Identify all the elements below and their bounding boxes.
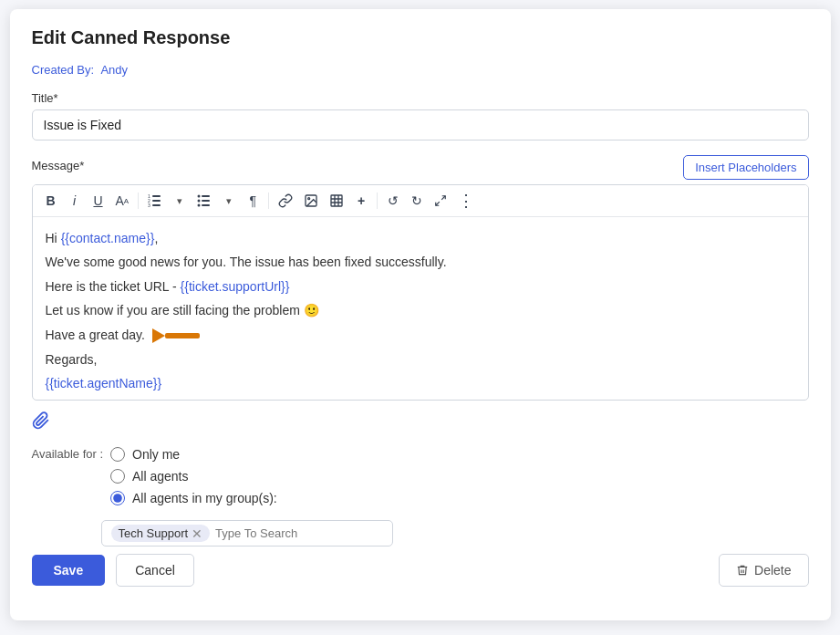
delete-icon	[736, 564, 749, 577]
radio-all-agents-input[interactable]	[110, 469, 125, 484]
created-by-value: Andy	[100, 63, 128, 77]
svg-rect-2	[152, 204, 161, 206]
radio-all-groups-input[interactable]	[110, 491, 125, 505]
underline-button[interactable]: U	[88, 189, 109, 213]
italic-button[interactable]: i	[64, 189, 86, 213]
link-button[interactable]	[274, 189, 297, 213]
bold-button[interactable]: B	[40, 189, 62, 213]
unordered-list-button[interactable]	[192, 189, 216, 213]
insert-placeholders-button[interactable]: Insert Placeholders	[683, 155, 808, 180]
svg-line-19	[441, 196, 445, 200]
paragraph-button[interactable]: ¶	[242, 189, 264, 213]
radio-all-groups-label: All agents in my group(s):	[132, 491, 277, 505]
unordered-list-dropdown[interactable]: ▾	[218, 189, 240, 213]
radio-only-me[interactable]: Only me	[110, 447, 277, 462]
remove-tag-button[interactable]: ✕	[192, 527, 202, 540]
radio-all-agents-label: All agents	[132, 469, 188, 484]
menu-button[interactable]: ⋮	[453, 189, 479, 213]
title-field-label: Title*	[32, 91, 809, 105]
svg-line-20	[436, 202, 440, 205]
toolbar-sep-1	[138, 193, 139, 209]
svg-rect-7	[202, 200, 210, 202]
availability-radio-group: Only me All agents All agents in my grou…	[110, 447, 277, 505]
created-by-section: Created By: Andy	[32, 63, 809, 77]
svg-rect-14	[331, 195, 342, 206]
ordered-list-dropdown[interactable]: ▾	[169, 189, 191, 213]
svg-point-10	[198, 200, 201, 203]
attachment-button[interactable]	[32, 411, 50, 434]
svg-text:3: 3	[148, 203, 150, 207]
message-editor-container: B i U AA 123 ▾ ▾ ¶	[32, 184, 809, 401]
message-field-label: Message*	[32, 159, 85, 172]
availability-label: Available for :	[32, 447, 104, 461]
font-size-button[interactable]: AA	[111, 189, 134, 213]
footer-actions: Save Cancel Delete	[32, 554, 809, 587]
svg-point-9	[198, 195, 201, 198]
svg-marker-21	[152, 328, 165, 343]
group-search-box: Tech Support ✕	[101, 520, 393, 547]
radio-all-groups[interactable]: All agents in my group(s):	[110, 491, 277, 505]
redo-button[interactable]: ↻	[406, 189, 428, 213]
tag-label: Tech Support	[119, 526, 189, 540]
save-button[interactable]: Save	[32, 555, 106, 586]
svg-rect-6	[202, 195, 210, 197]
tech-support-tag: Tech Support ✕	[111, 525, 211, 542]
svg-rect-8	[202, 204, 210, 206]
ordered-list-button[interactable]: 123	[143, 189, 167, 213]
created-by-label: Created By:	[32, 63, 95, 77]
svg-point-13	[308, 198, 310, 200]
svg-rect-22	[165, 333, 200, 338]
svg-rect-0	[152, 195, 161, 197]
title-input[interactable]	[32, 109, 809, 141]
svg-point-11	[198, 204, 201, 207]
svg-rect-1	[152, 200, 161, 202]
expand-button[interactable]	[430, 189, 451, 213]
image-button[interactable]	[299, 189, 323, 213]
group-search-input[interactable]	[215, 526, 382, 540]
radio-only-me-label: Only me	[132, 447, 180, 462]
editor-toolbar: B i U AA 123 ▾ ▾ ¶	[33, 185, 808, 217]
table-button[interactable]	[325, 189, 348, 213]
message-header: Message* Insert Placeholders	[32, 155, 809, 180]
availability-section: Available for : Only me All agents All a…	[32, 447, 809, 505]
page-title: Edit Canned Response	[32, 27, 809, 48]
delete-label: Delete	[754, 563, 791, 578]
toolbar-sep-2	[268, 193, 269, 209]
cancel-button[interactable]: Cancel	[116, 554, 194, 587]
radio-all-agents[interactable]: All agents	[110, 469, 277, 484]
arrow-graphic	[152, 326, 200, 346]
radio-only-me-input[interactable]	[110, 447, 125, 462]
more-button[interactable]: +	[350, 189, 372, 213]
edit-canned-response-modal: Edit Canned Response Created By: Andy Ti…	[10, 9, 831, 620]
editor-content[interactable]: Hi {{contact.name}}, We've some good new…	[33, 217, 808, 400]
undo-button[interactable]: ↺	[382, 189, 404, 213]
delete-button[interactable]: Delete	[719, 554, 808, 587]
toolbar-sep-3	[377, 193, 378, 209]
